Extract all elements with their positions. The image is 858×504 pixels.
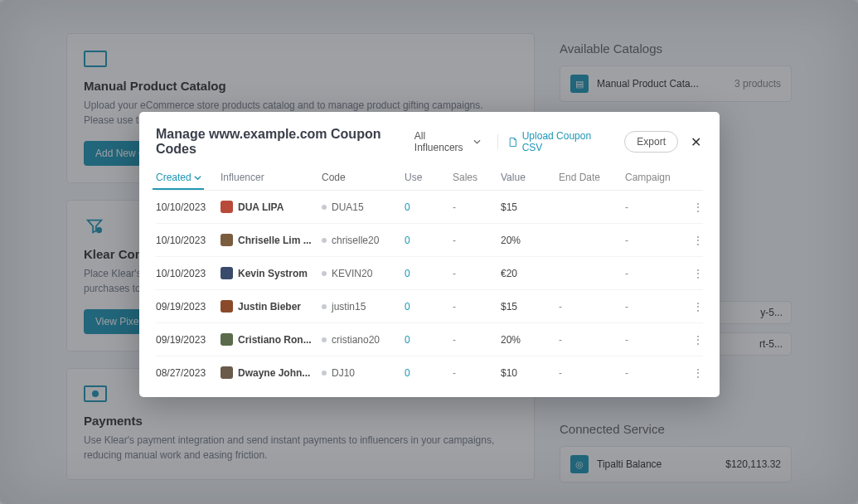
cell-influencer[interactable]: Chriselle Lim ...: [221, 234, 322, 246]
modal-header: Manage www.example.com Coupon Codes All …: [139, 112, 720, 163]
cell-sales: -: [453, 201, 501, 213]
code-text: DJ10: [332, 367, 355, 379]
status-dot: [322, 205, 327, 210]
cell-end: -: [559, 301, 625, 313]
modal-title: Manage www.example.com Coupon Codes: [156, 127, 398, 157]
cell-use[interactable]: 0: [405, 201, 453, 213]
cell-created: 09/19/2023: [156, 334, 221, 346]
influencer-name: Cristiano Ron...: [238, 334, 312, 346]
chevron-down-icon: [194, 174, 201, 182]
cell-value: $15: [501, 301, 559, 313]
table-row: 08/27/2023Dwayne John...DJ100-$10--⋮: [156, 356, 703, 389]
status-dot: [322, 337, 327, 342]
cell-use[interactable]: 0: [405, 268, 453, 279]
cell-created: 09/19/2023: [156, 301, 221, 313]
influencer-filter[interactable]: All Influencers: [408, 127, 487, 157]
avatar: [221, 267, 233, 279]
col-influencer[interactable]: Influencer: [221, 172, 322, 183]
code-text: justin15: [332, 301, 366, 313]
cell-code: DJ10: [322, 367, 405, 379]
cell-influencer[interactable]: Justin Bieber: [221, 300, 322, 313]
table-header: Created Influencer Code Use Sales Value …: [156, 163, 703, 190]
col-campaign[interactable]: Campaign: [625, 172, 675, 183]
upload-label: Upload Coupon CSV: [522, 130, 605, 153]
cell-created: 08/27/2023: [156, 367, 221, 379]
table-row: 09/19/2023Cristiano Ron...cristiano200-2…: [156, 323, 703, 356]
cell-created: 10/10/2023: [156, 201, 221, 213]
cell-value: €20: [501, 268, 559, 279]
chevron-down-icon: [473, 138, 481, 146]
col-use[interactable]: Use: [405, 172, 453, 183]
code-text: cristiano20: [332, 334, 380, 346]
col-end[interactable]: End Date: [559, 172, 625, 183]
col-value[interactable]: Value: [501, 172, 559, 183]
cell-campaign: -: [625, 201, 675, 213]
col-sales[interactable]: Sales: [453, 172, 501, 183]
coupon-modal: Manage www.example.com Coupon Codes All …: [139, 112, 720, 397]
status-dot: [322, 304, 327, 309]
cell-use[interactable]: 0: [405, 235, 453, 246]
coupon-table: Created Influencer Code Use Sales Value …: [139, 163, 720, 397]
cell-end: -: [559, 334, 625, 346]
cell-sales: -: [453, 334, 501, 346]
avatar: [221, 201, 233, 213]
cell-influencer[interactable]: Cristiano Ron...: [221, 333, 322, 346]
cell-campaign: -: [625, 367, 675, 379]
influencer-name: Justin Bieber: [238, 301, 301, 313]
cell-sales: -: [453, 268, 501, 279]
divider: [497, 134, 498, 149]
cell-influencer[interactable]: DUA LIPA: [221, 201, 322, 213]
cell-created: 10/10/2023: [156, 235, 221, 246]
cell-created: 10/10/2023: [156, 268, 221, 279]
status-dot: [322, 271, 327, 276]
cell-code: justin15: [322, 301, 405, 313]
avatar: [221, 300, 233, 313]
row-actions[interactable]: ⋮: [675, 268, 703, 279]
cell-campaign: -: [625, 301, 675, 313]
cell-influencer[interactable]: Dwayne John...: [221, 366, 322, 379]
influencer-name: DUA LIPA: [238, 201, 284, 213]
cell-sales: -: [453, 235, 501, 246]
cell-code: cristiano20: [322, 334, 405, 346]
cell-code: DUA15: [322, 201, 405, 213]
cell-value: $15: [501, 201, 559, 213]
cell-use[interactable]: 0: [405, 301, 453, 313]
col-code[interactable]: Code: [322, 172, 405, 183]
cell-code: chriselle20: [322, 235, 405, 246]
cell-end: -: [559, 367, 625, 379]
cell-value: $10: [501, 367, 559, 379]
influencer-name: Kevin Systrom: [238, 268, 308, 279]
row-actions[interactable]: ⋮: [675, 334, 703, 346]
influencer-name: Chriselle Lim ...: [238, 235, 312, 246]
status-dot: [322, 238, 327, 243]
cell-value: 20%: [501, 334, 559, 346]
upload-csv-link[interactable]: Upload Coupon CSV: [508, 130, 604, 153]
row-actions[interactable]: ⋮: [675, 235, 703, 246]
code-text: DUA15: [332, 201, 364, 213]
status-dot: [322, 371, 327, 376]
row-actions[interactable]: ⋮: [675, 367, 703, 379]
col-created[interactable]: Created: [156, 172, 221, 183]
export-button[interactable]: Export: [624, 131, 678, 153]
row-actions[interactable]: ⋮: [675, 301, 703, 313]
filter-label: All Influencers: [414, 130, 470, 153]
avatar: [221, 366, 233, 379]
cell-sales: -: [453, 367, 501, 379]
cell-sales: -: [453, 301, 501, 313]
cell-campaign: -: [625, 334, 675, 346]
cell-use[interactable]: 0: [405, 367, 453, 379]
table-row: 10/10/2023DUA LIPADUA150-$15-⋮: [156, 191, 703, 224]
cell-code: KEVIN20: [322, 268, 405, 279]
influencer-name: Dwayne John...: [238, 367, 310, 379]
cell-campaign: -: [625, 235, 675, 246]
table-row: 10/10/2023Kevin SystromKEVIN200-€20-⋮: [156, 257, 703, 290]
close-icon[interactable]: ✕: [688, 134, 703, 150]
table-row: 09/19/2023Justin Bieberjustin150-$15--⋮: [156, 290, 703, 323]
avatar: [221, 234, 233, 246]
cell-use[interactable]: 0: [405, 334, 453, 346]
cell-value: 20%: [501, 235, 559, 246]
avatar: [221, 333, 233, 346]
cell-influencer[interactable]: Kevin Systrom: [221, 267, 322, 279]
table-row: 10/10/2023Chriselle Lim ...chriselle200-…: [156, 224, 703, 257]
row-actions[interactable]: ⋮: [675, 201, 703, 213]
